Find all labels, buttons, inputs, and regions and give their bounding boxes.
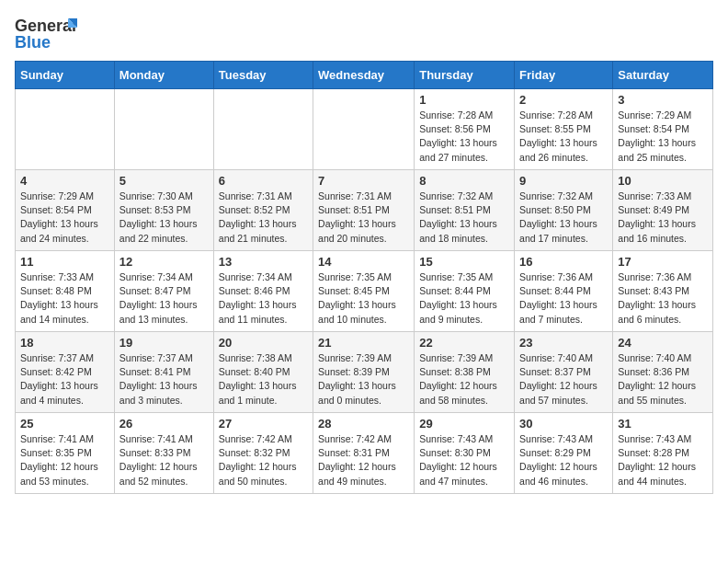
- svg-text:Blue: Blue: [15, 33, 51, 52]
- day-info: Sunrise: 7:33 AM Sunset: 8:49 PM Dayligh…: [618, 190, 708, 246]
- page-header: GeneralBlue: [15, 15, 713, 53]
- day-number: 23: [519, 336, 608, 350]
- calendar-cell: 13Sunrise: 7:34 AM Sunset: 8:46 PM Dayli…: [213, 251, 313, 332]
- day-number: 28: [318, 417, 409, 431]
- day-info: Sunrise: 7:43 AM Sunset: 8:28 PM Dayligh…: [618, 432, 708, 488]
- day-number: 15: [419, 255, 509, 269]
- day-number: 9: [519, 174, 608, 188]
- calendar-cell: 7Sunrise: 7:31 AM Sunset: 8:51 PM Daylig…: [313, 170, 415, 251]
- weekday-header-tuesday: Tuesday: [213, 62, 313, 89]
- day-number: 29: [419, 417, 509, 431]
- day-number: 31: [618, 417, 708, 431]
- calendar-cell: [16, 89, 115, 170]
- weekday-header-row: SundayMondayTuesdayWednesdayThursdayFrid…: [16, 62, 713, 89]
- calendar-cell: [213, 89, 313, 170]
- day-info: Sunrise: 7:34 AM Sunset: 8:46 PM Dayligh…: [219, 270, 308, 327]
- calendar-cell: 19Sunrise: 7:37 AM Sunset: 8:41 PM Dayli…: [114, 332, 213, 413]
- calendar-cell: 3Sunrise: 7:29 AM Sunset: 8:54 PM Daylig…: [613, 89, 713, 170]
- day-info: Sunrise: 7:42 AM Sunset: 8:32 PM Dayligh…: [219, 432, 308, 488]
- day-info: Sunrise: 7:31 AM Sunset: 8:52 PM Dayligh…: [219, 190, 308, 246]
- day-number: 3: [618, 93, 708, 107]
- calendar-cell: 12Sunrise: 7:34 AM Sunset: 8:47 PM Dayli…: [114, 251, 213, 332]
- weekday-header-thursday: Thursday: [415, 62, 515, 89]
- day-number: 4: [20, 174, 109, 188]
- day-info: Sunrise: 7:28 AM Sunset: 8:55 PM Dayligh…: [519, 109, 608, 165]
- day-number: 30: [519, 417, 608, 431]
- calendar-cell: [313, 89, 415, 170]
- day-info: Sunrise: 7:36 AM Sunset: 8:44 PM Dayligh…: [519, 270, 608, 327]
- logo: GeneralBlue: [15, 15, 79, 53]
- calendar-cell: 5Sunrise: 7:30 AM Sunset: 8:53 PM Daylig…: [114, 170, 213, 251]
- svg-text:General: General: [15, 17, 76, 35]
- calendar-cell: 18Sunrise: 7:37 AM Sunset: 8:42 PM Dayli…: [16, 332, 115, 413]
- day-info: Sunrise: 7:38 AM Sunset: 8:40 PM Dayligh…: [219, 351, 308, 408]
- day-number: 27: [219, 417, 308, 431]
- day-info: Sunrise: 7:35 AM Sunset: 8:44 PM Dayligh…: [419, 270, 509, 327]
- calendar-week-row: 4Sunrise: 7:29 AM Sunset: 8:54 PM Daylig…: [16, 170, 713, 251]
- calendar-cell: 6Sunrise: 7:31 AM Sunset: 8:52 PM Daylig…: [213, 170, 313, 251]
- day-info: Sunrise: 7:40 AM Sunset: 8:36 PM Dayligh…: [618, 351, 708, 408]
- day-info: Sunrise: 7:31 AM Sunset: 8:51 PM Dayligh…: [318, 190, 409, 246]
- calendar-cell: 27Sunrise: 7:42 AM Sunset: 8:32 PM Dayli…: [213, 413, 313, 494]
- day-info: Sunrise: 7:32 AM Sunset: 8:51 PM Dayligh…: [419, 190, 509, 246]
- calendar-cell: 8Sunrise: 7:32 AM Sunset: 8:51 PM Daylig…: [415, 170, 515, 251]
- weekday-header-monday: Monday: [114, 62, 213, 89]
- day-number: 20: [219, 336, 308, 350]
- day-info: Sunrise: 7:41 AM Sunset: 8:33 PM Dayligh…: [119, 432, 209, 488]
- day-info: Sunrise: 7:33 AM Sunset: 8:48 PM Dayligh…: [20, 270, 109, 327]
- day-number: 7: [318, 174, 409, 188]
- calendar-cell: 9Sunrise: 7:32 AM Sunset: 8:50 PM Daylig…: [515, 170, 613, 251]
- day-info: Sunrise: 7:29 AM Sunset: 8:54 PM Dayligh…: [618, 109, 708, 165]
- day-number: 25: [20, 417, 109, 431]
- weekday-header-friday: Friday: [515, 62, 613, 89]
- day-number: 14: [318, 255, 409, 269]
- calendar-cell: 11Sunrise: 7:33 AM Sunset: 8:48 PM Dayli…: [16, 251, 115, 332]
- day-info: Sunrise: 7:34 AM Sunset: 8:47 PM Dayligh…: [119, 270, 209, 327]
- day-number: 21: [318, 336, 409, 350]
- day-number: 1: [419, 93, 509, 107]
- day-number: 24: [618, 336, 708, 350]
- day-number: 8: [419, 174, 509, 188]
- day-info: Sunrise: 7:36 AM Sunset: 8:43 PM Dayligh…: [618, 270, 708, 327]
- day-info: Sunrise: 7:40 AM Sunset: 8:37 PM Dayligh…: [519, 351, 608, 408]
- logo-svg: GeneralBlue: [15, 15, 79, 53]
- day-info: Sunrise: 7:42 AM Sunset: 8:31 PM Dayligh…: [318, 432, 409, 488]
- weekday-header-wednesday: Wednesday: [313, 62, 415, 89]
- day-number: 13: [219, 255, 308, 269]
- day-number: 19: [119, 336, 209, 350]
- calendar-cell: 29Sunrise: 7:43 AM Sunset: 8:30 PM Dayli…: [415, 413, 515, 494]
- calendar-cell: 30Sunrise: 7:43 AM Sunset: 8:29 PM Dayli…: [515, 413, 613, 494]
- day-info: Sunrise: 7:41 AM Sunset: 8:35 PM Dayligh…: [20, 432, 109, 488]
- calendar-cell: 20Sunrise: 7:38 AM Sunset: 8:40 PM Dayli…: [213, 332, 313, 413]
- calendar-cell: 23Sunrise: 7:40 AM Sunset: 8:37 PM Dayli…: [515, 332, 613, 413]
- day-number: 17: [618, 255, 708, 269]
- calendar-week-row: 1Sunrise: 7:28 AM Sunset: 8:56 PM Daylig…: [16, 89, 713, 170]
- weekday-header-sunday: Sunday: [16, 62, 115, 89]
- day-info: Sunrise: 7:37 AM Sunset: 8:41 PM Dayligh…: [119, 351, 209, 408]
- day-info: Sunrise: 7:32 AM Sunset: 8:50 PM Dayligh…: [519, 190, 608, 246]
- calendar-cell: 15Sunrise: 7:35 AM Sunset: 8:44 PM Dayli…: [415, 251, 515, 332]
- day-number: 5: [119, 174, 209, 188]
- calendar-cell: 1Sunrise: 7:28 AM Sunset: 8:56 PM Daylig…: [415, 89, 515, 170]
- day-number: 6: [219, 174, 308, 188]
- day-info: Sunrise: 7:39 AM Sunset: 8:38 PM Dayligh…: [419, 351, 509, 408]
- calendar-table: SundayMondayTuesdayWednesdayThursdayFrid…: [15, 61, 713, 494]
- day-info: Sunrise: 7:43 AM Sunset: 8:29 PM Dayligh…: [519, 432, 608, 488]
- calendar-cell: 17Sunrise: 7:36 AM Sunset: 8:43 PM Dayli…: [613, 251, 713, 332]
- day-info: Sunrise: 7:30 AM Sunset: 8:53 PM Dayligh…: [119, 190, 209, 246]
- calendar-cell: 31Sunrise: 7:43 AM Sunset: 8:28 PM Dayli…: [613, 413, 713, 494]
- day-number: 22: [419, 336, 509, 350]
- calendar-cell: 2Sunrise: 7:28 AM Sunset: 8:55 PM Daylig…: [515, 89, 613, 170]
- weekday-header-saturday: Saturday: [613, 62, 713, 89]
- day-info: Sunrise: 7:39 AM Sunset: 8:39 PM Dayligh…: [318, 351, 409, 408]
- day-info: Sunrise: 7:28 AM Sunset: 8:56 PM Dayligh…: [419, 109, 509, 165]
- day-number: 10: [618, 174, 708, 188]
- day-info: Sunrise: 7:43 AM Sunset: 8:30 PM Dayligh…: [419, 432, 509, 488]
- calendar-cell: 22Sunrise: 7:39 AM Sunset: 8:38 PM Dayli…: [415, 332, 515, 413]
- calendar-cell: 14Sunrise: 7:35 AM Sunset: 8:45 PM Dayli…: [313, 251, 415, 332]
- calendar-cell: 24Sunrise: 7:40 AM Sunset: 8:36 PM Dayli…: [613, 332, 713, 413]
- day-info: Sunrise: 7:29 AM Sunset: 8:54 PM Dayligh…: [20, 190, 109, 246]
- day-number: 11: [20, 255, 109, 269]
- day-info: Sunrise: 7:35 AM Sunset: 8:45 PM Dayligh…: [318, 270, 409, 327]
- day-info: Sunrise: 7:37 AM Sunset: 8:42 PM Dayligh…: [20, 351, 109, 408]
